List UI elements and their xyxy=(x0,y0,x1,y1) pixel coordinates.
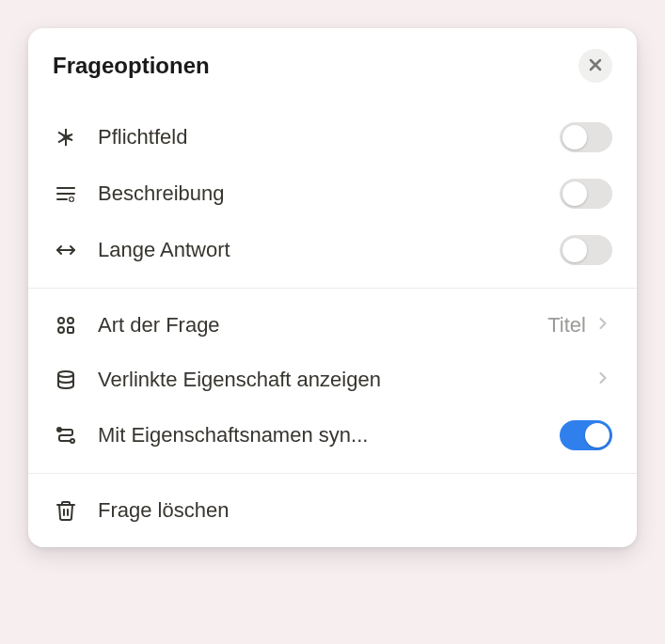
chevron-right-icon xyxy=(594,369,612,391)
long-answer-label: Lange Antwort xyxy=(98,238,560,262)
question-type-row[interactable]: Art der Frage Titel xyxy=(28,298,637,353)
description-toggle[interactable] xyxy=(560,179,612,209)
delete-question-row[interactable]: Frage löschen xyxy=(28,483,637,538)
linked-property-row[interactable]: Verlinkte Eigenschaft anzeigen xyxy=(28,353,637,407)
svg-point-10 xyxy=(68,318,73,323)
svg-point-11 xyxy=(58,327,64,333)
sync-name-toggle[interactable] xyxy=(560,420,612,450)
actions-section: Frage löschen xyxy=(28,474,637,547)
panel-header: Frageoptionen xyxy=(28,28,637,100)
svg-rect-12 xyxy=(68,327,73,333)
long-answer-toggle[interactable] xyxy=(560,235,612,265)
close-icon xyxy=(588,57,603,75)
required-label: Pflichtfeld xyxy=(98,125,560,149)
long-answer-row[interactable]: Lange Antwort xyxy=(28,222,637,278)
description-icon xyxy=(53,181,79,207)
sync-name-label: Mit Eigenschaftsnamen syn... xyxy=(98,423,560,448)
svg-point-9 xyxy=(58,318,64,323)
trash-icon xyxy=(53,497,79,524)
sync-name-row[interactable]: Mit Eigenschaftsnamen syn... xyxy=(28,407,637,463)
question-type-value: Titel xyxy=(547,313,586,338)
svg-point-13 xyxy=(58,371,73,377)
toggles-section: Pflichtfeld Beschreibung xyxy=(28,100,637,288)
grid-icon xyxy=(53,312,79,338)
description-label: Beschreibung xyxy=(98,181,560,206)
question-options-panel: Frageoptionen Pflichtfeld xyxy=(28,28,637,547)
required-toggle[interactable] xyxy=(560,122,612,152)
asterisk-icon xyxy=(53,124,79,150)
config-section: Art der Frage Titel Verlinkte Eigenschaf… xyxy=(28,289,637,473)
linked-property-label: Verlinkte Eigenschaft anzeigen xyxy=(98,368,594,392)
panel-title: Frageoptionen xyxy=(53,53,210,79)
arrows-horizontal-icon xyxy=(53,237,79,263)
database-icon xyxy=(53,367,79,393)
description-row[interactable]: Beschreibung xyxy=(28,165,637,222)
route-icon xyxy=(53,422,79,448)
required-row[interactable]: Pflichtfeld xyxy=(28,109,637,165)
close-button[interactable] xyxy=(578,49,612,83)
question-type-label: Art der Frage xyxy=(98,313,547,338)
delete-question-label: Frage löschen xyxy=(98,498,612,523)
chevron-right-icon xyxy=(594,314,612,337)
